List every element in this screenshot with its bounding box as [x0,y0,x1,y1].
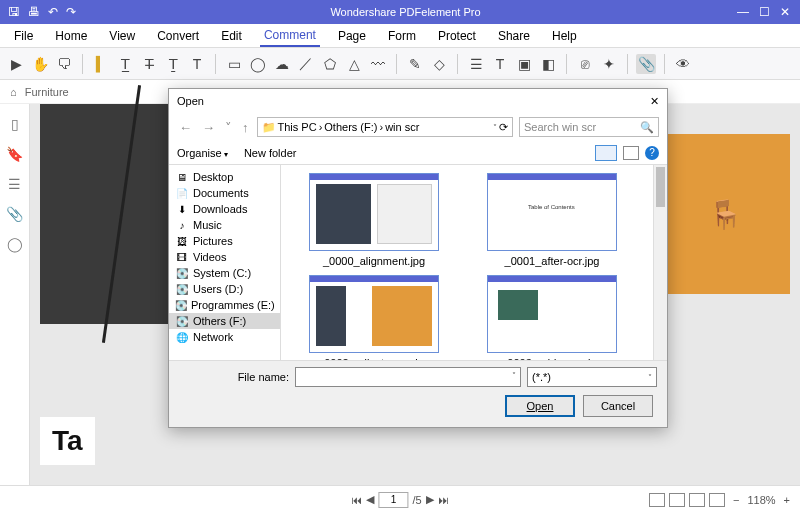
open-button[interactable]: Open [505,395,575,417]
nav-up-icon[interactable]: ↑ [240,120,251,135]
attachments-panel-icon[interactable]: 📎 [6,206,23,222]
menu-protect[interactable]: Protect [434,26,480,46]
tree-item[interactable]: ⬇Downloads [169,201,280,217]
minimize-icon[interactable]: ― [737,5,749,19]
menu-share[interactable]: Share [494,26,534,46]
rectangle-icon[interactable]: ▭ [224,54,244,74]
cancel-button[interactable]: Cancel [583,395,653,417]
save-icon[interactable]: 🖫 [8,5,20,19]
new-folder-button[interactable]: New folder [244,147,297,159]
first-page-icon[interactable]: ⏮ [351,494,362,506]
document-tab[interactable]: Furniture [25,86,69,98]
squiggly-icon[interactable]: T [187,54,207,74]
nav-back-icon[interactable]: ← [177,120,194,135]
thumbnails-icon[interactable]: ▯ [11,116,19,132]
menu-home[interactable]: Home [51,26,91,46]
hand-tool-icon[interactable]: ✋ [30,54,50,74]
menu-convert[interactable]: Convert [153,26,203,46]
nav-forward-icon[interactable]: → [200,120,217,135]
tree-item[interactable]: 🖼Pictures [169,233,280,249]
refresh-icon[interactable]: ⟳ [499,121,508,134]
search-icon[interactable]: ◯ [7,236,23,252]
tree-item[interactable]: 💽Programmes (E:) [169,297,280,313]
redo-icon[interactable]: ↷ [66,5,76,19]
line-icon[interactable]: ／ [296,54,316,74]
next-page-icon[interactable]: ▶ [426,493,434,506]
file-list[interactable]: _0000_alignment.jpgTable of Contents_000… [281,165,653,360]
organise-menu[interactable]: Organise [177,147,228,159]
path-seg-root[interactable]: This PC [278,121,317,133]
two-page-view-icon[interactable] [689,493,705,507]
note-icon[interactable]: 🗨 [54,54,74,74]
help-icon[interactable]: ? [645,146,659,160]
dialog-close-icon[interactable]: ✕ [650,95,659,108]
area-highlight-icon[interactable]: ◧ [538,54,558,74]
page-number-input[interactable] [378,492,408,508]
underline-icon[interactable]: T̲ [115,54,135,74]
polygon-icon[interactable]: ⬠ [320,54,340,74]
zoom-out-icon[interactable]: − [733,494,739,506]
search-input[interactable]: Search win scr 🔍 [519,117,659,137]
stamp-icon[interactable]: ⎚ [575,54,595,74]
eraser-icon[interactable]: ◇ [429,54,449,74]
menu-file[interactable]: File [10,26,37,46]
close-icon[interactable]: ✕ [780,5,790,19]
text-box-icon[interactable]: ☰ [466,54,486,74]
view-mode-dropdown[interactable] [595,145,617,161]
menu-view[interactable]: View [105,26,139,46]
path-seg-drive[interactable]: Others (F:) [324,121,377,133]
tree-item[interactable]: 🖥Desktop [169,169,280,185]
filename-input[interactable]: ˅ [295,367,521,387]
home-icon[interactable]: ⌂ [10,86,17,98]
last-page-icon[interactable]: ⏭ [438,494,449,506]
path-dropdown-icon[interactable]: ˅ [493,123,497,132]
prev-page-icon[interactable]: ◀ [366,493,374,506]
tree-item[interactable]: 💽System (C:) [169,265,280,281]
menu-form[interactable]: Form [384,26,420,46]
pencil-icon[interactable]: ✎ [405,54,425,74]
bookmarks-icon[interactable]: 🔖 [6,146,23,162]
file-item[interactable]: Table of Contents_0001_after-ocr.jpg [467,173,637,267]
menu-edit[interactable]: Edit [217,26,246,46]
maximize-icon[interactable]: ☐ [759,5,770,19]
address-bar[interactable]: 📁 This PC › Others (F:) › win scr ˅ ⟳ [257,117,514,137]
continuous-view-icon[interactable] [669,493,685,507]
custom-stamp-icon[interactable]: ✦ [599,54,619,74]
scrollbar[interactable] [653,165,667,360]
highlight-icon[interactable]: ▍ [91,54,111,74]
nav-recent-icon[interactable]: ˅ [223,120,234,135]
file-item[interactable]: _0002_adjust-pane.jpg [289,275,459,360]
comments-panel-icon[interactable]: ☰ [8,176,21,192]
menu-page[interactable]: Page [334,26,370,46]
tree-item[interactable]: 💽Users (D:) [169,281,280,297]
menu-help[interactable]: Help [548,26,581,46]
tree-item[interactable]: 📄Documents [169,185,280,201]
callout-icon[interactable]: ▣ [514,54,534,74]
path-seg-folder[interactable]: win scr [385,121,419,133]
attachment-icon[interactable]: 📎 [636,54,656,74]
connected-lines-icon[interactable]: 〰 [368,54,388,74]
caret-icon[interactable]: Ṯ [163,54,183,74]
two-page-continuous-icon[interactable] [709,493,725,507]
zoom-in-icon[interactable]: + [784,494,790,506]
arrow-icon[interactable]: △ [344,54,364,74]
undo-icon[interactable]: ↶ [48,5,58,19]
oval-icon[interactable]: ◯ [248,54,268,74]
tree-item[interactable]: ♪Music [169,217,280,233]
tree-item[interactable]: 💽Others (F:) [169,313,280,329]
tree-item[interactable]: 🌐Network [169,329,280,345]
tree-item[interactable]: 🎞Videos [169,249,280,265]
strikethrough-icon[interactable]: T̶ [139,54,159,74]
file-type-filter[interactable]: (*.*) ˅ [527,367,657,387]
typewriter-icon[interactable]: T [490,54,510,74]
file-item[interactable]: _0000_alignment.jpg [289,173,459,267]
folder-tree[interactable]: 🖥Desktop📄Documents⬇Downloads♪Music🖼Pictu… [169,165,281,360]
cloud-icon[interactable]: ☁ [272,54,292,74]
menu-comment[interactable]: Comment [260,25,320,47]
select-tool-icon[interactable]: ▶ [6,54,26,74]
preview-pane-icon[interactable] [623,146,639,160]
hide-annotations-icon[interactable]: 👁 [673,54,693,74]
single-page-view-icon[interactable] [649,493,665,507]
file-item[interactable]: _0003_add-more.jpg [467,275,637,360]
print-icon[interactable]: 🖶 [28,5,40,19]
